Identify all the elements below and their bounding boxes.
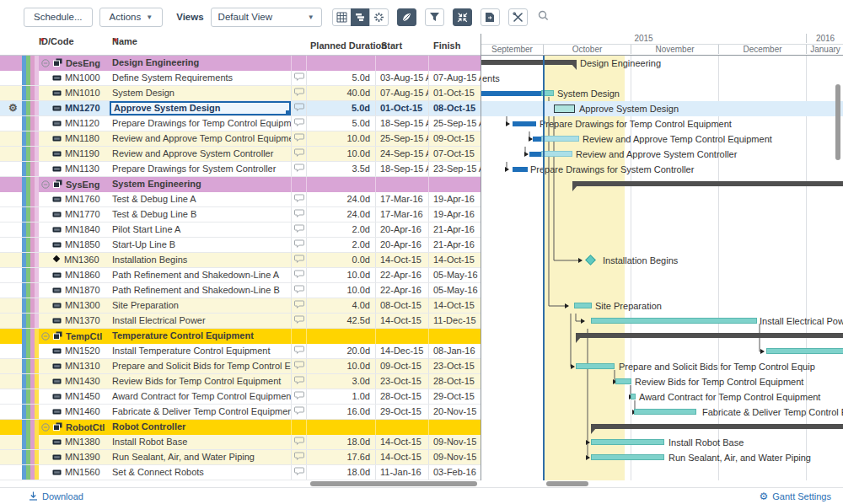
gantt-row-MN1860[interactable]	[481, 268, 843, 283]
gantt-row-DesEng[interactable]: Design Engineering	[481, 56, 843, 71]
activity-row-MN1000[interactable]: MN1000Define System Requirements5.0d03-A…	[0, 71, 481, 86]
finish-cell[interactable]: 11-Dec-15	[428, 314, 481, 328]
id-cell[interactable]: MN1360	[39, 253, 110, 267]
id-cell[interactable]: MN1520	[39, 344, 110, 358]
comment-bubble-icon[interactable]	[294, 101, 304, 115]
comment-cell[interactable]	[291, 56, 306, 71]
duration-cell[interactable]: 5.0d	[306, 116, 375, 131]
finish-cell[interactable]: 08-Jan-16	[428, 344, 481, 358]
id-cell[interactable]: RobotCtl	[39, 420, 110, 435]
name-cell[interactable]: Review and Approve System Controller	[110, 147, 291, 161]
activity-row-MN1180[interactable]: MN1180Review and Approve Temp Control Eq…	[0, 131, 481, 147]
start-cell[interactable]: 07-Aug-15 A	[375, 86, 428, 100]
start-cell[interactable]: 14-Oct-15	[375, 450, 428, 464]
download-link[interactable]: Download	[29, 491, 83, 501]
activity-row-MN1560[interactable]: MN1560Set & Connect Robots18.0d11-Jan-16…	[0, 465, 481, 480]
duration-cell[interactable]: 10.0d	[306, 131, 375, 146]
start-cell[interactable]: 17-Mar-16	[375, 207, 428, 222]
gantt-row-MN1370[interactable]: Install Electrical Pow	[481, 314, 843, 329]
gantt-row-MN1180[interactable]: Review and Approve Temp Control Equipmen…	[481, 131, 843, 147]
activity-row-MN1130[interactable]: MN1130Prepare Drawings for System Contro…	[0, 162, 481, 177]
column-header-duration[interactable]: Planned Duration	[310, 40, 387, 51]
id-cell[interactable]: MN1860	[39, 268, 110, 282]
comment-bubble-icon[interactable]	[294, 192, 304, 206]
gantt-row-MN1360[interactable]: Installation Begins	[481, 253, 843, 268]
duration-cell[interactable]: 0.0d	[306, 253, 375, 267]
comment-bubble-icon[interactable]	[294, 450, 304, 464]
group-row-TempCtl[interactable]: TempCtlTemperature Control Equipment	[0, 329, 481, 344]
activity-row-MN1190[interactable]: MN1190Review and Approve System Controll…	[0, 147, 481, 162]
duration-cell[interactable]	[306, 177, 375, 192]
collapse-toggle-icon[interactable]	[41, 423, 50, 432]
gantt-bar[interactable]	[574, 303, 592, 308]
id-cell[interactable]: MN1010	[39, 86, 110, 100]
gantt-timeline-header[interactable]: 20152016 SeptemberOctoberNovemberDecembe…	[481, 34, 843, 56]
gantt-bar[interactable]	[591, 424, 843, 429]
finish-cell[interactable]: 05-May-16	[428, 283, 481, 298]
duration-cell[interactable]: 10.0d	[306, 283, 375, 298]
comment-cell[interactable]	[291, 298, 306, 313]
activity-row-MN1450[interactable]: MN1450Award Contract for Temp Control Eq…	[0, 389, 481, 405]
name-cell[interactable]: Set & Connect Robots	[110, 465, 291, 480]
duration-cell[interactable]: 2.0d	[306, 238, 375, 252]
progress-spotlight-icon[interactable]	[397, 8, 416, 26]
gantt-row-MN1300[interactable]: Site Preparation	[481, 298, 843, 314]
start-cell[interactable]: 24-Sep-15 A	[375, 147, 428, 161]
gantt-bar[interactable]	[615, 378, 631, 384]
id-cell[interactable]: MN1840	[39, 223, 110, 237]
name-cell[interactable]: Path Refinement and Shakedown-Line A	[110, 268, 291, 282]
comment-cell[interactable]	[291, 131, 306, 146]
start-cell[interactable]: 09-Oct-15	[375, 359, 428, 373]
gantt-row-SysEng[interactable]	[481, 177, 843, 192]
finish-cell[interactable]: 19-Apr-16	[428, 207, 481, 222]
start-cell[interactable]: 28-Oct-15	[375, 389, 428, 404]
comment-cell[interactable]	[291, 283, 306, 298]
name-cell[interactable]: System Design	[110, 86, 291, 100]
collapse-toggle-icon[interactable]	[41, 59, 50, 67]
comment-cell[interactable]	[291, 223, 306, 237]
schedule-button[interactable]: Schedule...	[24, 8, 93, 27]
comment-bubble-icon[interactable]	[294, 359, 304, 373]
start-cell[interactable]: 18-Sep-15 A	[375, 162, 428, 176]
duration-cell[interactable]: 2.0d	[306, 223, 375, 237]
start-cell[interactable]: 20-Apr-16	[375, 223, 428, 237]
finish-cell[interactable]: 09-Nov-15	[428, 450, 481, 464]
id-cell[interactable]: MN1770	[39, 207, 110, 222]
comment-cell[interactable]	[291, 374, 306, 389]
group-row-RobotCtl[interactable]: RobotCtlRobot Controller	[0, 420, 481, 435]
comment-cell[interactable]	[291, 147, 306, 161]
id-cell[interactable]: DesEng	[39, 56, 110, 71]
comment-cell[interactable]	[291, 162, 306, 176]
gantt-row-MN1430[interactable]: Review Bids for Temp Control Equipment	[481, 374, 843, 389]
comment-bubble-icon[interactable]	[294, 238, 304, 252]
comment-cell[interactable]	[291, 177, 306, 192]
id-cell[interactable]: MN1460	[39, 405, 110, 419]
finish-cell[interactable]	[428, 329, 481, 344]
name-cell[interactable]: Start-Up Line B	[110, 238, 291, 252]
start-cell[interactable]: 14-Oct-15	[375, 314, 428, 328]
comment-bubble-icon[interactable]	[294, 314, 304, 328]
comment-bubble-icon[interactable]	[294, 131, 304, 146]
start-cell[interactable]: 22-Apr-16	[375, 268, 428, 282]
activity-row-MN1760[interactable]: MN1760Test & Debug Line A24.0d17-Mar-161…	[0, 192, 481, 207]
activity-row-MN1270[interactable]: ⚙MN1270Approve System Design5.0d01-Oct-1…	[0, 101, 481, 116]
duration-cell[interactable]: 17.6d	[306, 450, 375, 464]
name-cell[interactable]: Review Bids for Temp Control Equipment	[110, 374, 291, 389]
gantt-bar[interactable]	[513, 167, 528, 172]
comment-cell[interactable]	[291, 314, 306, 328]
finish-cell[interactable]: 14-Oct-15	[428, 298, 481, 313]
duration-cell[interactable]: 10.0d	[306, 268, 375, 282]
collapse-toggle-icon[interactable]	[41, 180, 50, 189]
gantt-bar[interactable]	[576, 333, 843, 338]
comment-bubble-icon[interactable]	[294, 116, 304, 131]
duration-cell[interactable]	[306, 329, 375, 344]
gantt-row-MN1310[interactable]: Prepare and Solicit Bids for Temp Contro…	[481, 359, 843, 374]
activity-row-MN1840[interactable]: MN1840Pilot Start Line A2.0d20-Apr-1621-…	[0, 223, 481, 238]
gantt-view-icon[interactable]	[351, 8, 370, 26]
gantt-row-MN1760[interactable]	[481, 192, 843, 207]
duration-cell[interactable]: 5.0d	[306, 101, 375, 115]
activity-row-MN1860[interactable]: MN1860Path Refinement and Shakedown-Line…	[0, 268, 481, 283]
duration-cell[interactable]: 4.0d	[306, 298, 375, 313]
column-header-finish[interactable]: Finish	[433, 40, 460, 51]
comment-cell[interactable]	[291, 192, 306, 206]
